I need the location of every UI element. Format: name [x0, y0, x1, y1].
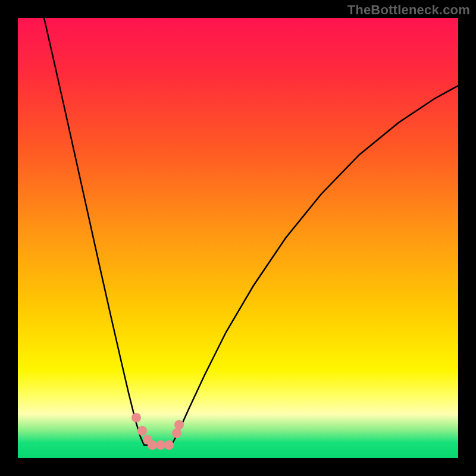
- data-marker: [174, 420, 184, 430]
- plot-area: [18, 18, 458, 458]
- chart-frame: TheBottleneck.com: [0, 0, 476, 476]
- data-marker: [148, 440, 157, 450]
- data-marker: [137, 426, 147, 436]
- data-marker: [156, 440, 165, 450]
- data-marker: [164, 440, 174, 450]
- data-marker: [131, 413, 141, 422]
- watermark-text: TheBottleneck.com: [347, 2, 470, 18]
- series-left-curve: [44, 18, 144, 445]
- series-right-curve: [171, 86, 458, 445]
- curve-layer: [18, 18, 458, 458]
- data-marker: [172, 428, 181, 438]
